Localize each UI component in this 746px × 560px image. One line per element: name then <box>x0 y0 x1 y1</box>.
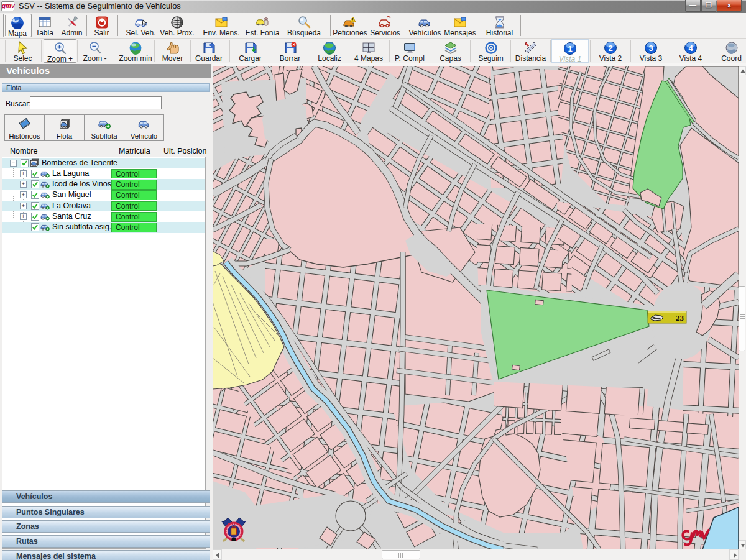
svg-text:4: 4 <box>688 44 693 53</box>
svg-text:2: 2 <box>608 44 612 53</box>
svg-text:1: 1 <box>568 44 572 53</box>
svg-text:!: ! <box>352 17 353 22</box>
svg-text:3: 3 <box>648 44 653 53</box>
svg-text:23: 23 <box>676 313 684 323</box>
